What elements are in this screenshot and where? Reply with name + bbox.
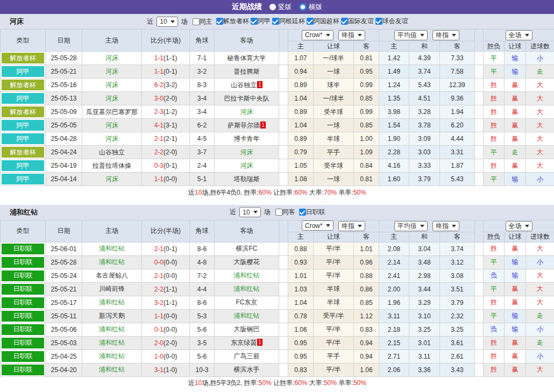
result-goals: 大 [526,159,554,173]
league-checkbox[interactable]: 国际友谊 [341,17,374,26]
scope-select[interactable]: 全场 [506,30,532,40]
avg-home-odds: 1.90 [379,132,409,146]
crow-away-odds: 0.84 [354,159,379,173]
match-count-select[interactable]: 10 [239,207,260,217]
home-team-name: 浦和红钻 [99,339,125,346]
corner-score: 5-6 [190,350,215,363]
halftime-score: (0-0) [164,175,177,183]
crow-away-odds: 0.86 [354,282,379,296]
checkbox-unchecked-icon [275,209,282,216]
crow-home-odds: 1.04 [288,296,314,309]
league-type-badge: 日职联 [2,365,44,375]
result-wdl: 胜 [484,296,505,309]
avg-source-select[interactable]: 平均值 [394,221,428,231]
avg-time-select[interactable]: 终指 [432,30,459,40]
odds-source-select[interactable]: Crow* [302,30,333,40]
avg-away-odds: 7.58 [440,65,475,79]
radio-horizontal-layout[interactable]: 横版 [299,3,322,12]
radio-unchecked-icon [269,4,276,10]
crow-away-odds: 1.01 [354,242,379,255]
league-type-badge: 日职联 [2,324,44,335]
col-away: 客场 [215,220,279,242]
spacer-cell [475,173,484,186]
league-checkbox[interactable]: 解放者杯 [216,17,249,26]
home-team: 河床 [82,173,142,186]
result-wdl: 胜 [484,363,505,376]
col-odds-home: 主 [288,41,314,52]
league-checkbox[interactable]: 阿国超杯 [307,17,339,26]
league-type-badge: 解放者杯 [2,53,44,63]
home-team: 河床 [82,119,142,132]
col-avg-draw: 和 [409,41,440,52]
match-score: 1-1(0-0) [142,173,190,186]
result-goals: 大 [526,79,554,92]
home-team: 河床 [82,79,142,92]
corner-score: 8-3 [190,79,215,92]
col-score: 比分(半场) [142,30,190,52]
summary-stat-value: 50% [324,379,337,387]
home-team: 浦和红钻 [82,296,142,309]
away-team: 广岛三箭 [215,350,279,363]
crow-home-odds: 1.08 [288,173,314,186]
odds-time-select[interactable]: 终指 [338,221,365,231]
away-team: 大阪钢巴 [215,323,279,336]
league-checkbox[interactable]: 日职联 [299,208,325,217]
league-checkbox[interactable]: 球会友谊 [375,17,408,26]
same-venue-checkbox[interactable]: 同客 [275,208,295,217]
result-goals: 小 [526,52,554,65]
match-score: 2-1(0-0) [142,269,190,282]
avg-time-select[interactable]: 终指 [432,221,459,231]
fulltime-score: 1-1 [154,175,164,183]
fulltime-score: 2-0 [154,339,164,347]
summary-stat-value: 50% [353,379,366,387]
league-checkbox[interactable]: 阿根廷杯 [272,17,305,26]
result-wdl: 胜 [484,350,505,363]
away-team: 巴拉卡斯中央队 [215,92,279,105]
away-team: 横滨FC [215,242,279,255]
avg-away-odds: 3.51 [440,282,475,296]
games-label: 场 [264,208,271,217]
result-handicap: 赢 [505,350,526,363]
scope-select[interactable]: 全场 [506,221,532,231]
halftime-score: (1-0) [164,366,177,374]
summary-stat-value: 70% [324,189,337,196]
avg-away-odds: 3.74 [440,242,475,255]
result-wdl: 平 [484,173,505,186]
league-checkbox[interactable]: 阿甲 [251,17,271,26]
away-team: 萨斯菲尔德1 [215,119,279,132]
match-count-select[interactable]: 10 [157,17,177,27]
spacer-cell [279,255,288,269]
avg-away-odds: 5.43 [440,173,475,186]
crow-away-odds: 0.94 [354,350,379,363]
radio-vertical-layout[interactable]: 竖版 [269,3,292,12]
odds-time-select[interactable]: 终指 [338,30,365,40]
near-label: 近 [230,208,236,217]
handicap-line: 半球 [314,282,354,296]
section-header: 浦和红钻 近 10 场 同客 日职联 [0,205,554,220]
handicap-line: 平/半 [314,323,354,336]
handicap-line: 受半球 [314,159,354,173]
result-group: 全场 [484,30,554,41]
avg-source-select[interactable]: 平均值 [394,30,428,40]
same-venue-checkbox[interactable]: 同主 [193,17,212,26]
crow-away-odds: 0.85 [354,119,379,132]
odds-source-select[interactable]: Crow* [302,220,333,231]
crow-home-odds: 1.07 [288,52,314,65]
spacer-cell [475,92,484,105]
match-date: 25-06-01 [46,242,82,255]
result-goals: 大 [526,132,554,146]
league-type-cell: 日职联 [1,296,46,309]
match-date: 25-05-13 [46,92,82,105]
avg-home-odds: 2.15 [379,336,409,350]
spacer-cell [475,255,484,269]
league-checkbox-label: 解放者杯 [223,17,249,26]
match-score: 0-3(0-1) [142,159,190,173]
result-wdl: 平 [484,309,505,323]
handicap-line: 平手 [314,146,354,159]
col-home: 主场 [82,30,142,52]
summary-stat-value: 10 [195,189,202,196]
avg-away-odds: 4.44 [440,132,475,146]
home-team: 浦和红钻 [82,323,142,336]
league-type-cell: 日职联 [1,282,46,296]
chevron-down-icon [452,225,456,227]
